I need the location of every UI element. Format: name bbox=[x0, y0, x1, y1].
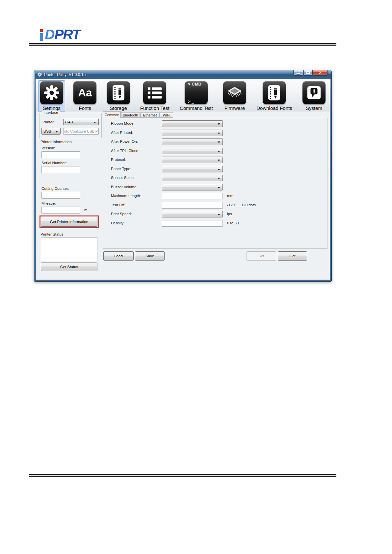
version-label: Version: bbox=[41, 146, 55, 150]
maximum-length-label: Maximum Length: bbox=[111, 194, 141, 198]
toolbar-item-fonts[interactable]: Aa Fonts bbox=[72, 81, 98, 112]
printer-status-box bbox=[41, 237, 97, 261]
interface-group: Interface Printer: iT4B USB uto Configur… bbox=[39, 113, 102, 138]
tab-bluetooth[interactable]: Bluetooth bbox=[121, 112, 140, 118]
tab-common[interactable]: Common bbox=[103, 111, 121, 118]
terminal-cmd-icon: > CMD > _ bbox=[185, 81, 208, 104]
paper-type-select[interactable] bbox=[162, 166, 223, 172]
footer-rule-thick bbox=[29, 474, 336, 475]
tear-off-label: Tear Off: bbox=[111, 203, 125, 207]
after-printed-label: After Printed: bbox=[111, 131, 133, 135]
ribbon-mode-label: Ribbon Mode: bbox=[111, 121, 135, 125]
maximum-length-unit: mm bbox=[227, 194, 233, 198]
close-icon: × bbox=[319, 70, 322, 75]
titlebar[interactable]: Printer Utility V1.0.0.15 bbox=[35, 70, 331, 79]
toolbar-label: Command Test bbox=[180, 105, 213, 111]
logo-letter-i bbox=[39, 29, 44, 41]
toolbar: Settings Aa Fonts bbox=[36, 79, 330, 112]
toolbar-item-function-test[interactable]: Function Test bbox=[139, 81, 171, 112]
header-rule-thick bbox=[29, 43, 336, 44]
window-body: Settings Aa Fonts bbox=[36, 79, 330, 280]
window-controls: × bbox=[293, 70, 327, 76]
maximize-button[interactable] bbox=[303, 70, 313, 76]
toolbar-label: Fonts bbox=[79, 105, 91, 111]
tab-wifi[interactable]: WIFI bbox=[160, 112, 173, 118]
toolbar-item-system[interactable]: System bbox=[301, 81, 327, 112]
header-rule-thin bbox=[29, 45, 336, 46]
toolbar-item-storage[interactable]: Storage bbox=[105, 81, 132, 112]
version-field[interactable] bbox=[41, 151, 80, 158]
minimize-icon bbox=[297, 73, 300, 74]
after-power-on-label: After Power On: bbox=[111, 139, 138, 143]
after-tph-close-select[interactable] bbox=[162, 148, 223, 154]
usb-config-field[interactable]: uto Configure USB Po bbox=[63, 128, 99, 135]
maximum-length-field[interactable] bbox=[162, 193, 223, 199]
toolbar-label: Function Test bbox=[140, 105, 170, 111]
density-range: 0 to 30 bbox=[227, 221, 239, 225]
interface-group-title: Interface bbox=[42, 111, 60, 114]
tear-off-field[interactable] bbox=[162, 202, 223, 209]
printer-status-title: Printer Status bbox=[40, 232, 64, 236]
chip-icon bbox=[223, 81, 246, 104]
mileage-label: Mileage: bbox=[41, 201, 56, 205]
printer-utility-window: Printer Utility V1.0.0.15 × bbox=[34, 70, 332, 282]
after-printed-select[interactable] bbox=[162, 130, 223, 136]
tear-off-range: -120 ~ +120 dots bbox=[227, 203, 256, 207]
logo-letter-d: D bbox=[45, 28, 54, 41]
toolbar-item-command-test[interactable]: > CMD > _ Command Test bbox=[178, 81, 215, 112]
footer-rule-thin bbox=[29, 476, 336, 477]
buzzer-volume-select[interactable] bbox=[162, 184, 223, 190]
window-title: Printer Utility V1.0.0.15 bbox=[44, 72, 86, 77]
toolbar-item-settings[interactable]: Settings bbox=[39, 81, 65, 112]
port-select[interactable]: USB bbox=[41, 128, 61, 135]
printer-information-title: Printer Information bbox=[40, 140, 72, 144]
printer-select[interactable]: iT4B bbox=[63, 119, 99, 125]
mileage-unit: m bbox=[84, 208, 88, 212]
serial-number-field[interactable] bbox=[41, 166, 80, 173]
toolbar-label: Firmware bbox=[224, 105, 245, 111]
toolbar-item-download-fonts[interactable]: Download Fonts bbox=[255, 81, 294, 112]
print-speed-label: Print Speed: bbox=[111, 212, 132, 216]
minimize-button[interactable] bbox=[293, 70, 303, 76]
buzzer-volume-label: Buzzer Volume: bbox=[111, 185, 138, 189]
notebook-pencil-icon bbox=[107, 81, 130, 104]
toolbar-label: System bbox=[306, 105, 322, 111]
notebook-pencil-icon bbox=[263, 81, 286, 104]
serial-number-label: Serial Number: bbox=[41, 161, 67, 165]
maximize-icon bbox=[306, 71, 310, 74]
toolbar-label: Storage bbox=[110, 105, 127, 111]
print-speed-select[interactable] bbox=[162, 211, 223, 217]
app-gear-icon bbox=[38, 72, 42, 77]
toolbar-label: Settings bbox=[43, 105, 61, 111]
sensor-select-label: Sensor Select: bbox=[111, 176, 136, 180]
gear-icon bbox=[40, 81, 63, 104]
load-button[interactable]: Load bbox=[103, 251, 134, 261]
get-status-button[interactable]: Get Status bbox=[41, 263, 97, 271]
close-button[interactable]: × bbox=[313, 70, 327, 76]
idprt-logo: D PRT bbox=[39, 28, 80, 41]
fonts-aa-icon: Aa bbox=[73, 81, 96, 104]
cutting-counter-field[interactable] bbox=[41, 192, 80, 199]
density-field[interactable] bbox=[162, 220, 223, 227]
toolbar-item-firmware[interactable]: Firmware bbox=[222, 81, 248, 112]
get-button[interactable]: Get bbox=[278, 251, 307, 261]
print-speed-unit: ips bbox=[227, 212, 232, 216]
protocol-label: Protocol: bbox=[111, 158, 126, 162]
mileage-field[interactable] bbox=[41, 207, 80, 214]
logo-letters-prt: PRT bbox=[54, 28, 80, 41]
paper-type-label: Paper Type: bbox=[111, 167, 131, 171]
density-label: Density: bbox=[111, 221, 125, 225]
list-icon bbox=[143, 81, 166, 104]
toolbar-label: Download Fonts bbox=[256, 105, 292, 111]
set-button[interactable]: Set bbox=[247, 251, 276, 261]
tab-ethernet[interactable]: Ethernet bbox=[140, 112, 160, 118]
protocol-select[interactable] bbox=[162, 157, 223, 163]
cutting-counter-label: Cutting Counter: bbox=[41, 187, 69, 190]
sensor-select-select[interactable] bbox=[162, 175, 223, 181]
after-tph-close-label: After TPH Close: bbox=[111, 149, 139, 153]
ribbon-mode-select[interactable] bbox=[162, 120, 223, 127]
save-button[interactable]: Save bbox=[135, 251, 165, 261]
document-page: D PRT Printer Utility V1.0.0.15 × bbox=[0, 0, 392, 554]
get-printer-information-button[interactable]: Get Printer Information bbox=[41, 217, 97, 227]
after-power-on-select[interactable] bbox=[162, 138, 223, 145]
